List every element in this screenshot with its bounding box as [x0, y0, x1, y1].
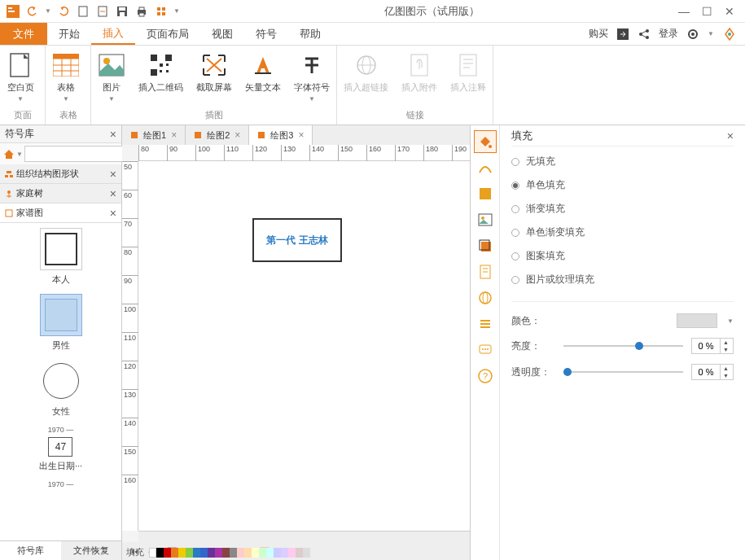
doc-tab-3[interactable]: 绘图3× — [249, 125, 313, 145]
svg-rect-13 — [157, 12, 160, 15]
picture-button[interactable]: 图片 ▼ — [91, 49, 132, 107]
close-fill-panel[interactable]: × — [727, 129, 734, 142]
globe-tool-icon[interactable] — [474, 287, 497, 309]
close-tab-icon[interactable]: × — [298, 129, 304, 141]
blank-page-button[interactable]: 空白页 ▼ — [0, 49, 41, 107]
save-button[interactable] — [114, 3, 130, 20]
opacity-spinner[interactable]: ▲▼ — [691, 364, 734, 380]
qrcode-button[interactable]: 插入二维码 — [132, 49, 190, 107]
table-button[interactable]: 表格 ▼ — [46, 49, 86, 107]
export-icon[interactable] — [616, 28, 629, 41]
menu-view[interactable]: 视图 — [200, 23, 244, 45]
qat-dropdown[interactable]: ▼ — [173, 3, 181, 20]
svg-rect-31 — [151, 55, 157, 61]
svg-rect-32 — [165, 55, 172, 61]
menu-insert[interactable]: 插入 — [91, 23, 135, 45]
svg-point-75 — [482, 348, 484, 350]
svg-rect-37 — [166, 63, 169, 66]
shadow-tool-icon[interactable] — [474, 182, 497, 205]
color-picker[interactable] — [677, 313, 717, 328]
undo-dropdown[interactable]: ▼ — [44, 3, 52, 20]
menu-help[interactable]: 帮助 — [288, 23, 332, 45]
svg-rect-36 — [160, 70, 162, 72]
settings-dropdown[interactable]: ▼ — [708, 30, 714, 37]
shape-birth-date[interactable]: 1970 — 47 出生日期··· — [39, 426, 82, 472]
list-tool-icon[interactable] — [474, 313, 497, 335]
open-button[interactable] — [94, 3, 111, 20]
horizontal-scrollbar[interactable] — [138, 531, 470, 542]
menu-start[interactable]: 开始 — [47, 23, 91, 45]
help-tool-icon[interactable]: ? — [474, 365, 497, 387]
minimize-button[interactable]: — — [678, 6, 690, 17]
font-symbol-button[interactable]: 字体符号 ▼ — [287, 49, 336, 107]
app-icon — [5, 3, 21, 20]
notes-tool-icon[interactable] — [474, 260, 497, 283]
color-dropdown[interactable]: ▼ — [727, 317, 734, 325]
screenshot-button[interactable]: 截取屏幕 — [190, 49, 239, 107]
menu-symbol[interactable]: 符号 — [244, 23, 288, 45]
fill-option-mono-gradient[interactable]: 单色渐变填充 — [511, 225, 734, 239]
accordion-genealogy[interactable]: 家谱图 × — [0, 203, 121, 223]
brightness-spinner[interactable]: ▲▼ — [691, 338, 734, 354]
doc-tab-2[interactable]: 绘图2× — [186, 125, 249, 145]
opacity-slider[interactable] — [563, 371, 683, 373]
login-link[interactable]: 登录 — [659, 27, 678, 41]
vector-text-button[interactable]: 矢量文本 — [239, 49, 287, 107]
tab-file-recovery[interactable]: 文件恢复 — [61, 540, 122, 560]
close-tab-icon[interactable]: × — [234, 129, 240, 141]
doc-tab-1[interactable]: 绘图1× — [122, 125, 186, 145]
accordion-org-chart[interactable]: 组织结构图形状 × — [0, 164, 121, 184]
buy-link[interactable]: 购买 — [589, 27, 608, 41]
svg-rect-33 — [151, 69, 157, 76]
canvas-shape-generation1[interactable]: 第一代 王志林 — [252, 218, 342, 262]
svg-rect-7 — [120, 12, 125, 16]
redo-button[interactable] — [55, 3, 72, 20]
fill-option-gradient[interactable]: 渐变填充 — [511, 202, 734, 216]
shape-male[interactable]: 男性 — [40, 294, 82, 352]
svg-rect-1 — [8, 7, 12, 9]
svg-rect-6 — [119, 7, 125, 11]
app-logo-icon[interactable] — [722, 27, 737, 42]
brightness-slider[interactable] — [563, 345, 683, 347]
close-library-button[interactable]: × — [110, 128, 116, 141]
home-icon[interactable] — [3, 147, 15, 161]
svg-point-69 — [480, 292, 491, 304]
shape-self[interactable]: 本人 — [40, 228, 82, 286]
attachment-button: 插入附件 — [395, 49, 444, 107]
brightness-label: 亮度： — [511, 339, 555, 353]
fill-option-none[interactable]: 无填充 — [511, 155, 734, 168]
comment-tool-icon[interactable] — [474, 339, 497, 361]
share-icon[interactable] — [638, 28, 651, 41]
color-label: 颜色： — [511, 314, 555, 328]
accordion-family-tree[interactable]: 家庭树 × — [0, 184, 121, 203]
close-tab-icon[interactable]: × — [171, 129, 177, 141]
svg-point-20 — [691, 33, 695, 36]
home-dropdown[interactable]: ▼ — [16, 151, 23, 158]
fill-option-pattern[interactable]: 图案填充 — [511, 249, 734, 263]
fill-option-solid[interactable]: 单色填充 — [511, 178, 734, 192]
close-button[interactable]: ✕ — [724, 6, 735, 17]
picture-tool-icon[interactable] — [474, 208, 497, 231]
tab-symbol-library[interactable]: 符号库 — [0, 540, 61, 560]
print-button[interactable] — [134, 3, 150, 20]
fill-option-texture[interactable]: 图片或纹理填充 — [511, 273, 734, 287]
settings-icon[interactable] — [686, 28, 699, 41]
layer-tool-icon[interactable] — [474, 234, 497, 257]
new-button[interactable] — [75, 3, 91, 20]
svg-rect-23 — [53, 54, 79, 59]
options-button[interactable] — [153, 3, 169, 20]
svg-rect-35 — [166, 70, 169, 72]
menu-page-layout[interactable]: 页面布局 — [135, 23, 200, 45]
maximize-button[interactable]: ☐ — [701, 6, 712, 17]
shape-year[interactable]: 1970 — — [48, 480, 74, 488]
vertical-ruler: 50 60 70 80 90 100 110 120 130 140 150 1… — [122, 161, 138, 531]
fill-tool-icon[interactable] — [474, 130, 497, 153]
shape-female[interactable]: 女性 — [40, 360, 82, 418]
line-tool-icon[interactable] — [474, 156, 497, 179]
menu-file[interactable]: 文件 — [0, 23, 47, 45]
undo-button[interactable] — [24, 3, 41, 20]
color-palette[interactable] — [149, 548, 310, 558]
svg-rect-52 — [7, 171, 11, 173]
status-fill-label: 填充 — [126, 546, 144, 558]
canvas[interactable]: 第一代 王志林 — [138, 161, 470, 531]
